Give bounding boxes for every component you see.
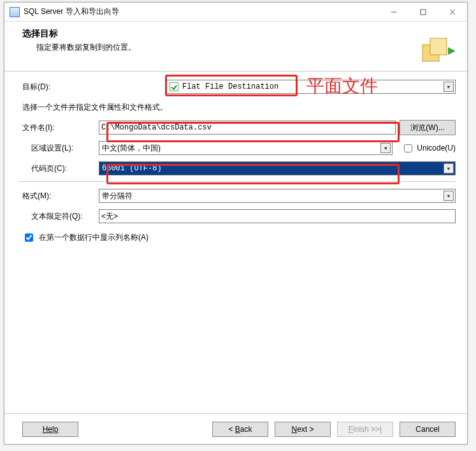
back-button[interactable]: < Back	[212, 422, 268, 437]
help-button[interactable]: Help	[22, 422, 78, 437]
locale-value: 中文(简体，中国)	[102, 143, 161, 154]
row-text-qualifier: 文本限定符(Q):	[22, 209, 456, 224]
titlebar: SQL Server 导入和导出向导	[4, 3, 467, 22]
wizard-body: 目标(D): Flat File Destination 选择一个文件并指定文件…	[4, 71, 467, 413]
wizard-window: SQL Server 导入和导出向导 选择目标 指定要将数据复制到的位置。	[4, 2, 468, 445]
format-value: 带分隔符	[102, 191, 133, 202]
unicode-checkbox[interactable]	[404, 144, 412, 152]
unicode-checkbox-wrap[interactable]: Unicode(U)	[401, 142, 456, 154]
label-format: 格式(M):	[22, 191, 99, 202]
wizard-footer: Help < Back Next > Finish >>| Cancel	[4, 413, 467, 444]
page-subtitle: 指定要将数据复制到的位置。	[36, 42, 456, 53]
first-row-label: 在第一个数据行中显示列名称(A)	[39, 232, 148, 243]
row-destination: 目标(D): Flat File Destination	[22, 79, 456, 94]
chevron-down-icon	[380, 143, 391, 153]
row-locale: 区域设置(L): 中文(简体，中国) Unicode(U)	[22, 140, 456, 156]
maximize-button[interactable]	[408, 3, 438, 21]
unicode-label: Unicode(U)	[417, 144, 456, 152]
label-filename: 文件名(I):	[22, 122, 99, 133]
svg-rect-1	[421, 10, 426, 15]
label-destination: 目标(D):	[22, 82, 99, 92]
destination-combobox[interactable]: Flat File Destination	[166, 80, 456, 94]
minimize-button[interactable]	[379, 3, 408, 21]
chevron-down-icon	[444, 82, 454, 92]
chevron-down-icon	[444, 163, 454, 174]
close-button[interactable]	[438, 3, 467, 21]
destination-value: Flat File Destination	[182, 82, 278, 91]
row-format: 格式(M): 带分隔符	[22, 188, 456, 203]
label-text-qualifier: 文本限定符(Q):	[22, 211, 99, 222]
window-title: SQL Server 导入和导出向导	[24, 6, 379, 17]
label-locale: 区域设置(L):	[22, 143, 99, 154]
wizard-header: 选择目标 指定要将数据复制到的位置。	[4, 22, 467, 71]
svg-rect-5	[430, 38, 447, 55]
filename-input[interactable]	[99, 121, 396, 135]
app-icon	[10, 7, 20, 17]
next-button[interactable]: Next >	[275, 422, 331, 437]
page-title: 选择目标	[22, 28, 456, 40]
cancel-button[interactable]: Cancel	[400, 422, 456, 437]
text-qualifier-input[interactable]	[99, 209, 456, 223]
label-codepage: 代码页(C):	[22, 163, 99, 174]
flat-file-icon	[169, 82, 178, 91]
first-row-checkbox[interactable]	[25, 233, 33, 242]
locale-combobox[interactable]: 中文(简体，中国)	[99, 141, 393, 155]
format-combobox[interactable]: 带分隔符	[99, 189, 456, 203]
separator	[18, 181, 456, 182]
chevron-down-icon	[444, 191, 454, 201]
codepage-value: 65001 (UTF-8)	[102, 164, 162, 173]
svg-marker-6	[448, 47, 456, 55]
browse-button[interactable]: 浏览(W)...	[400, 120, 456, 135]
codepage-combobox[interactable]: 65001 (UTF-8)	[99, 161, 456, 175]
row-filename: 文件名(I): 浏览(W)...	[22, 120, 456, 135]
row-first-row: 在第一个数据行中显示列名称(A)	[22, 229, 456, 244]
wizard-icon	[420, 33, 456, 66]
label-choose-file: 选择一个文件并指定文件属性和文件格式。	[22, 102, 168, 113]
finish-button: Finish >>|	[337, 422, 393, 437]
row-codepage: 代码页(C): 65001 (UTF-8)	[22, 161, 456, 176]
